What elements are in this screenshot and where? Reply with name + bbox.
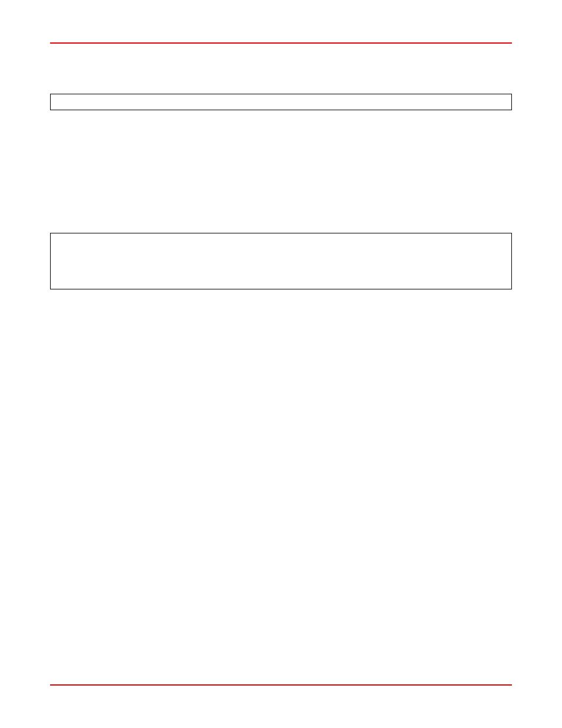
header-rule	[50, 42, 512, 44]
framed-box-small	[50, 94, 512, 110]
document-page	[0, 0, 562, 728]
footer-rule	[50, 684, 512, 686]
framed-box-large	[50, 233, 512, 289]
